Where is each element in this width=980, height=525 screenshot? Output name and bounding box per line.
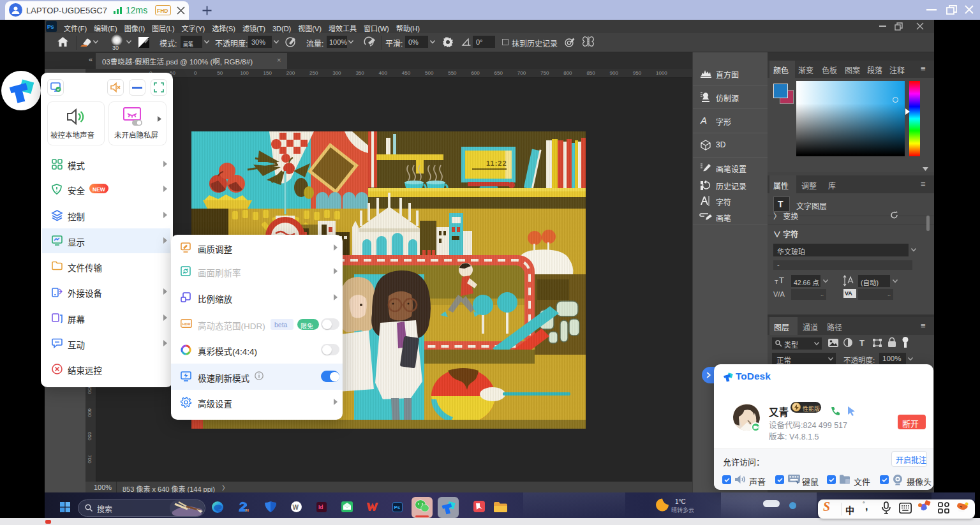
svg-text:A: A [700,115,707,126]
svg-text:AI: AI [245,508,249,512]
svg-text:HDR: HDR [182,322,191,326]
